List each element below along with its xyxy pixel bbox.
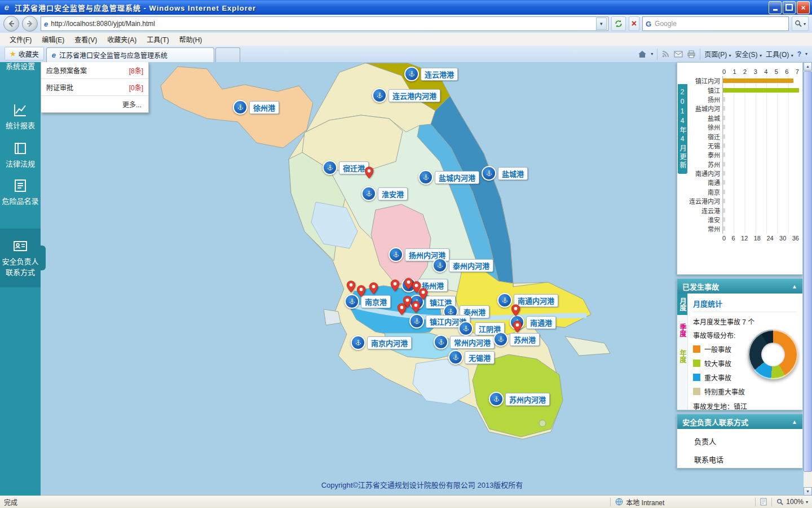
legend-label: 一般事故 [704, 344, 731, 354]
url-text[interactable]: http://localhost:8080/yjpt/Main.html [51, 20, 593, 28]
tab-monthly[interactable]: 月度 [677, 294, 687, 315]
accident-pin-icon[interactable] [390, 279, 400, 294]
chart-row: 镇江内河 [689, 76, 799, 85]
new-tab-button[interactable] [215, 47, 240, 62]
accident-pin-icon[interactable] [356, 285, 366, 299]
port-marker[interactable]: 苏州内河港 [489, 392, 550, 406]
browser-tab[interactable]: e 江苏省港口安全监管与应急管理系统 [46, 47, 214, 62]
legend-label: 重大事故 [704, 373, 731, 382]
security-zone[interactable]: 本地 Intranet [615, 497, 751, 507]
port-marker[interactable]: 南京港 [345, 294, 391, 309]
search-placeholder[interactable]: Google [655, 20, 785, 28]
menu-item[interactable]: 收藏夹(A) [102, 33, 142, 45]
port-marker[interactable]: 泰州内河港 [433, 258, 493, 273]
minimize-button[interactable] [769, 1, 782, 14]
port-marker[interactable]: 宿迁港 [323, 160, 369, 175]
vertical-scrollbar[interactable]: ▲ ▼ [804, 62, 812, 496]
rss-icon[interactable] [661, 50, 670, 58]
port-marker[interactable]: 连云港港 [404, 67, 458, 81]
chart-category-label: 镇江 [689, 86, 722, 95]
collapse-icon[interactable]: ▲ [792, 283, 797, 290]
quick-menu-item-certificate-approval[interactable]: 附证审批 [0条] [41, 79, 148, 96]
chart-track [722, 215, 799, 224]
sidebar-item-system-settings[interactable]: 系统设置 [0, 62, 41, 71]
copyright-text: Copyright©江苏省交通规划设计院股份有限公司 2013版权所有 [41, 479, 804, 490]
sidebar-item-contacts[interactable]: 安全负责人 联系方式 [0, 229, 41, 287]
help-button[interactable]: ? [797, 50, 801, 58]
menu-item[interactable]: 帮助(H) [174, 33, 208, 45]
favorites-button[interactable]: ★ 收藏夹 [5, 47, 44, 60]
favorites-bar: ★ 收藏夹 e 江苏省港口安全监管与应急管理系统 ▾ 页面(P) ▾ 安全(S)… [0, 46, 812, 63]
home-icon[interactable] [638, 50, 647, 59]
sidebar-item-dangerous-goods[interactable]: 危险品名录 [0, 178, 41, 206]
port-marker[interactable]: 淮安港 [361, 186, 408, 201]
accident-pin-icon[interactable] [397, 303, 407, 317]
menu-item[interactable]: 查看(V) [69, 33, 102, 45]
zoom-dropdown-icon[interactable]: ▾ [806, 500, 808, 505]
axis-tick-label: 6 [785, 68, 788, 75]
port-marker[interactable]: 无锡港 [448, 350, 495, 365]
accident-pin-icon[interactable] [411, 301, 421, 315]
stop-button[interactable]: × [629, 16, 639, 31]
back-button[interactable] [3, 16, 19, 32]
close-button[interactable]: × [797, 1, 810, 14]
refresh-button[interactable] [611, 16, 626, 31]
menu-item[interactable]: 文件(F) [5, 33, 37, 45]
accident-pin-icon[interactable] [346, 281, 356, 295]
port-marker[interactable]: 常州内河港 [434, 335, 495, 349]
accident-pin-icon[interactable] [418, 288, 428, 302]
axis-tick-label: 18 [754, 235, 761, 242]
tools-menu-button[interactable]: 工具(O) ▾ [766, 49, 793, 59]
search-button[interactable]: ▾ [792, 16, 809, 31]
chart-row: 连云港内河 [689, 196, 799, 205]
collapse-icon[interactable]: ▲ [792, 419, 797, 425]
scrollbar-thumb[interactable] [804, 71, 812, 472]
accident-pin-icon[interactable] [369, 282, 378, 296]
port-marker[interactable]: 南京内河港 [351, 335, 412, 350]
accident-pin-icon[interactable] [513, 321, 522, 335]
accident-pin-icon[interactable] [511, 304, 520, 318]
quick-menu-item-emergency-plans[interactable]: 应急预案备案 [8条] [41, 62, 148, 79]
scroll-up-button[interactable]: ▲ [804, 62, 812, 71]
accident-pin-icon[interactable] [364, 167, 374, 181]
chart-row: 盐城内河 [689, 104, 799, 113]
forward-button[interactable] [22, 16, 38, 32]
accident-panel-header[interactable]: 已发生事故 ▲ [677, 279, 802, 294]
scroll-down-button[interactable]: ▼ [804, 487, 812, 496]
accident-location: 事故发生地：镇江 [693, 401, 797, 411]
chart-bar [723, 190, 725, 194]
selected-item-arrow [41, 246, 46, 270]
chart-category-label: 扬州 [689, 95, 722, 104]
menu-item[interactable]: 编辑(E) [37, 33, 69, 45]
anchor-icon [372, 88, 387, 103]
zoom-control[interactable]: 100% ▾ [776, 498, 808, 506]
home-dropdown-icon[interactable]: ▾ [651, 51, 653, 56]
port-marker[interactable]: 盐城内河港 [418, 170, 479, 185]
port-marker[interactable]: 连云港内河港 [372, 88, 440, 103]
chart-bar [723, 134, 725, 139]
chart-bar [723, 171, 725, 176]
maximize-button[interactable] [783, 1, 796, 14]
sidebar-item-laws[interactable]: 法律法规 [0, 141, 41, 169]
port-marker[interactable]: 盐城港 [482, 166, 528, 181]
tab-quarterly[interactable]: 季度 [677, 319, 687, 341]
safety-menu-button[interactable]: 安全(S) ▾ [735, 49, 762, 59]
chart-track [722, 187, 799, 196]
port-marker[interactable]: 徐州港 [233, 100, 279, 115]
sidebar-item-reports[interactable]: 统计报表 [0, 103, 41, 130]
contact-panel-header[interactable]: 安全负责人联系方式 ▲ [677, 414, 802, 429]
page-menu-button[interactable]: 页面(P) ▾ [704, 49, 731, 59]
tab-yearly[interactable]: 年度 [677, 345, 687, 367]
quick-menu-more-link[interactable]: 更多... [41, 96, 148, 112]
port-marker[interactable]: 南通内河港 [497, 293, 558, 308]
help-dropdown-icon[interactable]: ▾ [805, 51, 807, 56]
address-dropdown[interactable]: ▾ [596, 17, 607, 30]
search-box[interactable]: G Google [642, 16, 789, 31]
mail-icon[interactable] [674, 51, 683, 58]
address-bar[interactable]: e http://localhost:8080/yjpt/Main.html ▾ [41, 16, 608, 31]
print-icon[interactable] [687, 50, 696, 58]
title-bar[interactable]: e 江苏省港口安全监管与应急管理系统 - Windows Internet Ex… [0, 0, 812, 15]
menu-item[interactable]: 工具(T) [142, 33, 174, 45]
chart-track [722, 132, 799, 141]
accident-summary: 本月度发生事故 7 个 [693, 317, 797, 326]
